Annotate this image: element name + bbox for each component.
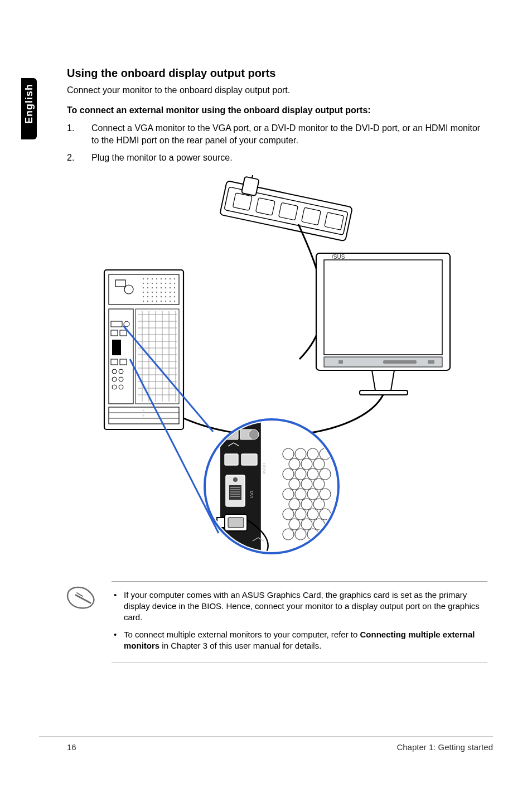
svg-point-29 bbox=[147, 283, 148, 284]
svg-rect-13 bbox=[383, 360, 417, 364]
svg-rect-73 bbox=[112, 340, 121, 355]
svg-rect-4 bbox=[279, 202, 298, 220]
svg-point-55 bbox=[156, 296, 157, 297]
svg-rect-137 bbox=[228, 518, 244, 528]
svg-point-52 bbox=[143, 296, 144, 297]
svg-rect-14 bbox=[428, 360, 434, 364]
bullet-icon: • bbox=[114, 629, 124, 652]
svg-point-66 bbox=[170, 301, 171, 302]
svg-point-37 bbox=[147, 287, 148, 288]
svg-point-23 bbox=[156, 278, 157, 279]
svg-point-25 bbox=[165, 278, 166, 279]
svg-point-60 bbox=[143, 301, 144, 302]
section-lead: Connect your monitor to the onboard disp… bbox=[67, 85, 487, 95]
steps-list: 1. Connect a VGA monitor to the VGA port… bbox=[67, 122, 487, 164]
note-box: • If your computer comes with an ASUS Gr… bbox=[112, 581, 487, 663]
svg-rect-3 bbox=[255, 197, 275, 215]
monitor-brand-label: /SUS bbox=[332, 254, 345, 260]
svg-rect-15 bbox=[360, 390, 408, 395]
magnified-port-icon: HDMI bbox=[205, 419, 338, 554]
step-text: Plug the monitor to a power source. bbox=[91, 152, 487, 164]
dvi-label: DVI bbox=[249, 491, 254, 498]
svg-point-39 bbox=[156, 287, 157, 288]
section-subhead: To connect an external monitor using the… bbox=[67, 105, 487, 115]
monitor-icon: /SUS bbox=[316, 253, 450, 395]
svg-rect-2 bbox=[233, 193, 252, 211]
svg-point-38 bbox=[152, 287, 153, 288]
chapter-label: Chapter 1: Getting started bbox=[396, 742, 493, 752]
svg-point-45 bbox=[147, 292, 148, 293]
step-number: 1. bbox=[67, 122, 91, 146]
svg-point-34 bbox=[170, 283, 171, 284]
note-item: • To connect multiple external monitors … bbox=[114, 629, 485, 652]
svg-point-20 bbox=[143, 278, 144, 279]
svg-point-26 bbox=[170, 278, 171, 279]
svg-point-53 bbox=[147, 296, 148, 297]
svg-point-61 bbox=[147, 301, 148, 302]
svg-point-35 bbox=[174, 283, 175, 284]
svg-point-125 bbox=[249, 429, 259, 439]
svg-point-43 bbox=[174, 287, 175, 288]
svg-point-28 bbox=[143, 283, 144, 284]
step-text: Connect a VGA monitor to the VGA port, o… bbox=[91, 122, 487, 146]
svg-rect-6 bbox=[325, 212, 344, 230]
svg-rect-7 bbox=[241, 176, 259, 196]
svg-point-62 bbox=[152, 301, 153, 302]
svg-rect-10 bbox=[324, 260, 442, 355]
note-text: If your computer comes with an ASUS Grap… bbox=[124, 590, 485, 624]
svg-rect-127 bbox=[241, 454, 257, 465]
svg-rect-12 bbox=[338, 360, 343, 364]
note-text: To connect multiple external monitors to… bbox=[124, 629, 485, 652]
svg-point-30 bbox=[152, 283, 153, 284]
page-footer: 16 Chapter 1: Getting started bbox=[39, 736, 493, 752]
svg-point-47 bbox=[156, 292, 157, 293]
svg-point-46 bbox=[152, 292, 153, 293]
svg-point-64 bbox=[161, 301, 162, 302]
language-tab: English bbox=[21, 78, 37, 139]
note-item: • If your computer comes with an ASUS Gr… bbox=[114, 590, 485, 624]
bullet-icon: • bbox=[114, 590, 124, 624]
section-title: Using the onboard display output ports bbox=[67, 67, 487, 80]
power-strip-icon bbox=[220, 175, 356, 241]
svg-point-65 bbox=[165, 301, 166, 302]
svg-point-51 bbox=[174, 292, 175, 293]
svg-point-59 bbox=[174, 296, 175, 297]
note-hand-icon bbox=[66, 585, 99, 610]
note-text-pre: To connect multiple external monitors to… bbox=[124, 630, 360, 639]
svg-point-67 bbox=[174, 301, 175, 302]
svg-line-8 bbox=[252, 175, 255, 178]
step-number: 2. bbox=[67, 152, 91, 164]
svg-point-44 bbox=[143, 292, 144, 293]
svg-rect-126 bbox=[225, 454, 238, 465]
svg-point-58 bbox=[170, 296, 171, 297]
svg-rect-5 bbox=[302, 207, 321, 225]
figure: /SUS bbox=[67, 175, 487, 566]
svg-point-41 bbox=[165, 287, 166, 288]
svg-text:÷: ÷ bbox=[142, 408, 145, 413]
svg-point-32 bbox=[161, 283, 162, 284]
note-text-post: in Chapter 3 of this user manual for det… bbox=[159, 641, 321, 650]
svg-point-50 bbox=[170, 292, 171, 293]
svg-point-24 bbox=[161, 278, 162, 279]
svg-point-22 bbox=[152, 278, 153, 279]
page-number: 16 bbox=[67, 742, 76, 752]
svg-point-36 bbox=[143, 287, 144, 288]
svg-point-48 bbox=[161, 292, 162, 293]
svg-point-31 bbox=[156, 283, 157, 284]
svg-point-21 bbox=[147, 278, 148, 279]
svg-text:÷: ÷ bbox=[142, 413, 145, 418]
svg-point-27 bbox=[174, 278, 175, 279]
svg-point-40 bbox=[161, 287, 162, 288]
svg-point-129 bbox=[233, 477, 238, 482]
svg-point-49 bbox=[165, 292, 166, 293]
hdmi-label: HDMI bbox=[262, 463, 267, 474]
language-tab-label: English bbox=[23, 84, 35, 124]
svg-point-33 bbox=[165, 283, 166, 284]
connection-diagram-svg: /SUS bbox=[99, 175, 456, 566]
svg-point-57 bbox=[165, 296, 166, 297]
step-item: 2. Plug the monitor to a power source. bbox=[67, 152, 487, 164]
svg-point-56 bbox=[161, 296, 162, 297]
svg-point-42 bbox=[170, 287, 171, 288]
step-item: 1. Connect a VGA monitor to the VGA port… bbox=[67, 122, 487, 146]
svg-point-63 bbox=[156, 301, 157, 302]
